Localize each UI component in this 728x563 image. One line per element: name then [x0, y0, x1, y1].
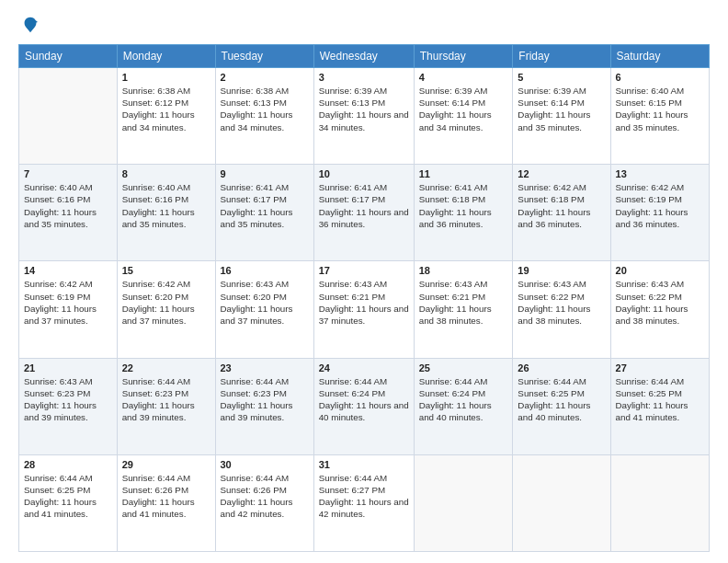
day-number: 25 — [419, 362, 508, 373]
calendar-cell: 22Sunrise: 6:44 AM Sunset: 6:23 PM Dayli… — [117, 358, 215, 454]
day-number: 19 — [518, 265, 605, 276]
day-detail: Sunrise: 6:44 AM Sunset: 6:23 PM Dayligh… — [221, 375, 309, 424]
calendar-cell: 12Sunrise: 6:42 AM Sunset: 6:18 PM Dayli… — [513, 165, 610, 261]
calendar-header-friday: Friday — [513, 45, 610, 68]
calendar-cell: 3Sunrise: 6:39 AM Sunset: 6:13 PM Daylig… — [313, 68, 414, 165]
calendar-cell: 13Sunrise: 6:42 AM Sunset: 6:19 PM Dayli… — [610, 165, 709, 261]
calendar-cell: 29Sunrise: 6:44 AM Sunset: 6:26 PM Dayli… — [117, 454, 215, 551]
day-number: 21 — [24, 362, 112, 373]
day-detail: Sunrise: 6:40 AM Sunset: 6:16 PM Dayligh… — [24, 181, 112, 230]
day-detail: Sunrise: 6:42 AM Sunset: 6:19 PM Dayligh… — [24, 278, 112, 327]
day-number: 9 — [221, 168, 309, 179]
calendar-header-monday: Monday — [117, 45, 215, 68]
calendar-cell: 26Sunrise: 6:44 AM Sunset: 6:25 PM Dayli… — [513, 358, 610, 454]
calendar-cell: 19Sunrise: 6:43 AM Sunset: 6:22 PM Dayli… — [513, 261, 610, 358]
calendar-cell: 8Sunrise: 6:40 AM Sunset: 6:16 PM Daylig… — [117, 165, 215, 261]
calendar-cell: 30Sunrise: 6:44 AM Sunset: 6:26 PM Dayli… — [215, 454, 313, 551]
day-number: 1 — [122, 72, 210, 83]
day-number: 24 — [319, 362, 409, 373]
day-number: 15 — [122, 265, 210, 276]
day-number: 4 — [419, 72, 508, 83]
calendar-cell: 5Sunrise: 6:39 AM Sunset: 6:14 PM Daylig… — [513, 68, 610, 165]
day-number: 20 — [616, 265, 704, 276]
calendar-week-1: 1Sunrise: 6:38 AM Sunset: 6:12 PM Daylig… — [19, 68, 710, 165]
day-detail: Sunrise: 6:43 AM Sunset: 6:21 PM Dayligh… — [319, 278, 409, 327]
calendar-cell: 7Sunrise: 6:40 AM Sunset: 6:16 PM Daylig… — [19, 165, 118, 261]
day-detail: Sunrise: 6:44 AM Sunset: 6:24 PM Dayligh… — [319, 375, 409, 424]
day-number: 6 — [616, 72, 704, 83]
day-number: 23 — [221, 362, 309, 373]
day-number: 27 — [616, 362, 704, 373]
calendar-cell: 9Sunrise: 6:41 AM Sunset: 6:17 PM Daylig… — [215, 165, 313, 261]
day-number: 17 — [319, 265, 409, 276]
day-detail: Sunrise: 6:43 AM Sunset: 6:22 PM Dayligh… — [616, 278, 704, 327]
calendar-week-5: 28Sunrise: 6:44 AM Sunset: 6:25 PM Dayli… — [19, 454, 710, 551]
calendar-cell: 24Sunrise: 6:44 AM Sunset: 6:24 PM Dayli… — [313, 358, 414, 454]
day-number: 30 — [221, 459, 309, 470]
day-number: 22 — [122, 362, 210, 373]
calendar-header-wednesday: Wednesday — [313, 45, 414, 68]
day-number: 26 — [518, 362, 605, 373]
day-detail: Sunrise: 6:43 AM Sunset: 6:20 PM Dayligh… — [221, 278, 309, 327]
day-number: 10 — [319, 168, 409, 179]
day-detail: Sunrise: 6:44 AM Sunset: 6:26 PM Dayligh… — [122, 472, 210, 521]
day-detail: Sunrise: 6:42 AM Sunset: 6:20 PM Dayligh… — [122, 278, 210, 327]
day-detail: Sunrise: 6:39 AM Sunset: 6:13 PM Dayligh… — [319, 85, 409, 133]
calendar-cell: 18Sunrise: 6:43 AM Sunset: 6:21 PM Dayli… — [414, 261, 513, 358]
day-number: 2 — [221, 72, 309, 83]
calendar-cell: 27Sunrise: 6:44 AM Sunset: 6:25 PM Dayli… — [610, 358, 709, 454]
day-number: 16 — [221, 265, 309, 276]
day-detail: Sunrise: 6:44 AM Sunset: 6:25 PM Dayligh… — [616, 375, 704, 424]
calendar-cell: 21Sunrise: 6:43 AM Sunset: 6:23 PM Dayli… — [19, 358, 118, 454]
day-number: 7 — [24, 168, 112, 179]
day-number: 28 — [24, 459, 112, 470]
calendar-header-tuesday: Tuesday — [215, 45, 313, 68]
calendar-cell — [513, 454, 610, 551]
day-detail: Sunrise: 6:44 AM Sunset: 6:27 PM Dayligh… — [319, 472, 409, 521]
day-number: 14 — [24, 265, 112, 276]
calendar-cell — [414, 454, 513, 551]
day-detail: Sunrise: 6:41 AM Sunset: 6:17 PM Dayligh… — [319, 181, 409, 230]
day-detail: Sunrise: 6:42 AM Sunset: 6:19 PM Dayligh… — [616, 181, 704, 230]
day-detail: Sunrise: 6:41 AM Sunset: 6:18 PM Dayligh… — [419, 181, 508, 230]
calendar-header-saturday: Saturday — [610, 45, 709, 68]
day-number: 29 — [122, 459, 210, 470]
logo — [18, 15, 42, 35]
calendar-cell: 10Sunrise: 6:41 AM Sunset: 6:17 PM Dayli… — [313, 165, 414, 261]
header — [18, 15, 710, 35]
day-detail: Sunrise: 6:43 AM Sunset: 6:23 PM Dayligh… — [24, 375, 112, 424]
day-detail: Sunrise: 6:38 AM Sunset: 6:12 PM Dayligh… — [122, 85, 210, 133]
calendar-cell: 6Sunrise: 6:40 AM Sunset: 6:15 PM Daylig… — [610, 68, 709, 165]
day-detail: Sunrise: 6:40 AM Sunset: 6:15 PM Dayligh… — [616, 85, 704, 133]
day-detail: Sunrise: 6:39 AM Sunset: 6:14 PM Dayligh… — [518, 85, 605, 133]
calendar-cell: 28Sunrise: 6:44 AM Sunset: 6:25 PM Dayli… — [19, 454, 118, 551]
calendar-cell: 4Sunrise: 6:39 AM Sunset: 6:14 PM Daylig… — [414, 68, 513, 165]
calendar-header-sunday: Sunday — [19, 45, 118, 68]
day-detail: Sunrise: 6:44 AM Sunset: 6:26 PM Dayligh… — [221, 472, 309, 521]
calendar-header-thursday: Thursday — [414, 45, 513, 68]
calendar-cell: 23Sunrise: 6:44 AM Sunset: 6:23 PM Dayli… — [215, 358, 313, 454]
calendar-cell: 11Sunrise: 6:41 AM Sunset: 6:18 PM Dayli… — [414, 165, 513, 261]
calendar-cell: 2Sunrise: 6:38 AM Sunset: 6:13 PM Daylig… — [215, 68, 313, 165]
day-detail: Sunrise: 6:40 AM Sunset: 6:16 PM Dayligh… — [122, 181, 210, 230]
day-number: 8 — [122, 168, 210, 179]
day-detail: Sunrise: 6:39 AM Sunset: 6:14 PM Dayligh… — [419, 85, 508, 133]
day-detail: Sunrise: 6:44 AM Sunset: 6:25 PM Dayligh… — [24, 472, 112, 521]
day-detail: Sunrise: 6:43 AM Sunset: 6:22 PM Dayligh… — [518, 278, 605, 327]
day-number: 31 — [319, 459, 409, 470]
day-detail: Sunrise: 6:42 AM Sunset: 6:18 PM Dayligh… — [518, 181, 605, 230]
logo-icon — [20, 15, 40, 35]
calendar-week-2: 7Sunrise: 6:40 AM Sunset: 6:16 PM Daylig… — [19, 165, 710, 261]
calendar-cell: 14Sunrise: 6:42 AM Sunset: 6:19 PM Dayli… — [19, 261, 118, 358]
calendar-week-3: 14Sunrise: 6:42 AM Sunset: 6:19 PM Dayli… — [19, 261, 710, 358]
day-number: 3 — [319, 72, 409, 83]
calendar-week-4: 21Sunrise: 6:43 AM Sunset: 6:23 PM Dayli… — [19, 358, 710, 454]
day-number: 12 — [518, 168, 605, 179]
day-detail: Sunrise: 6:43 AM Sunset: 6:21 PM Dayligh… — [419, 278, 508, 327]
calendar-table: SundayMondayTuesdayWednesdayThursdayFrid… — [18, 44, 710, 552]
calendar-cell: 20Sunrise: 6:43 AM Sunset: 6:22 PM Dayli… — [610, 261, 709, 358]
day-number: 13 — [616, 168, 704, 179]
calendar-cell: 16Sunrise: 6:43 AM Sunset: 6:20 PM Dayli… — [215, 261, 313, 358]
calendar-cell — [610, 454, 709, 551]
calendar-cell: 31Sunrise: 6:44 AM Sunset: 6:27 PM Dayli… — [313, 454, 414, 551]
